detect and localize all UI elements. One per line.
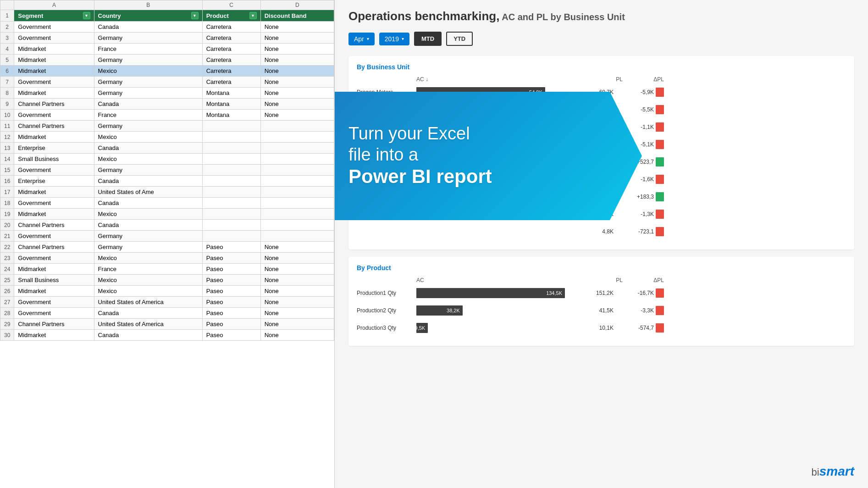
prod-bar-area: 9,5K bbox=[416, 323, 581, 333]
bu-delta-bar bbox=[656, 210, 664, 219]
cell-segment: Channel Partners bbox=[14, 242, 94, 253]
table-row[interactable]: 7GovernmentGermanyCarreteraNone bbox=[0, 77, 334, 88]
cell-segment: Channel Partners bbox=[14, 319, 94, 330]
cell-segment: Channel Partners bbox=[14, 99, 94, 110]
bu-delta-bar bbox=[656, 192, 664, 201]
prod-bar: 134,5K bbox=[416, 288, 565, 298]
cell-segment: Government bbox=[14, 165, 94, 176]
row-num-cell: 19 bbox=[0, 209, 14, 220]
cell-country: Germany bbox=[94, 165, 202, 176]
cell-country: Canada bbox=[94, 143, 202, 154]
bu-delta-value: -5,1K bbox=[641, 141, 654, 148]
prod-delta-area: -574,7 bbox=[618, 323, 664, 333]
cell-segment: Government bbox=[14, 22, 94, 33]
table-row[interactable]: 8MidmarketGermanyMontanaNone bbox=[0, 88, 334, 99]
col-a-letter: A bbox=[14, 0, 94, 10]
table-row[interactable]: 22Channel PartnersGermanyPaseoNone bbox=[0, 242, 334, 253]
row-num-cell: 22 bbox=[0, 242, 14, 253]
cell-segment: Government bbox=[14, 77, 94, 88]
row-num-cell: 11 bbox=[0, 121, 14, 132]
table-row[interactable]: 14Small BusinessMexico bbox=[0, 154, 334, 165]
bu-delta-value: -1,3K bbox=[641, 211, 654, 217]
cell-discount: None bbox=[260, 110, 334, 121]
cell-product: Paseo bbox=[202, 319, 260, 330]
cell-segment: Midmarket bbox=[14, 264, 94, 275]
table-row[interactable]: 21GovernmentGermany bbox=[0, 231, 334, 242]
table-row[interactable]: 11Channel PartnersGermany bbox=[0, 121, 334, 132]
table-row[interactable]: 29Channel PartnersUnited States of Ameri… bbox=[0, 319, 334, 330]
prod-delta-area: -16,7K bbox=[618, 288, 664, 298]
cell-product: Montana bbox=[202, 110, 260, 121]
mtd-toggle[interactable]: MTD bbox=[414, 32, 442, 46]
table-row[interactable]: 17MidmarketUnited States of Ame bbox=[0, 187, 334, 198]
table-row[interactable]: 19MidmarketMexico bbox=[0, 209, 334, 220]
row-num-cell: 23 bbox=[0, 253, 14, 264]
prod-bar: 9,5K bbox=[416, 323, 428, 333]
table-row[interactable]: 4MidmarketFranceCarreteraNone bbox=[0, 44, 334, 55]
table-row[interactable]: 10GovernmentFranceMontanaNone bbox=[0, 110, 334, 121]
table-row[interactable]: 16EnterpriseCanada bbox=[0, 176, 334, 187]
row-num-cell: 5 bbox=[0, 55, 14, 66]
header-product[interactable]: Product bbox=[202, 10, 260, 22]
prod-bar-area: 38,2K bbox=[416, 305, 581, 316]
table-row[interactable]: 25Small BusinessMexicoPaseoNone bbox=[0, 275, 334, 286]
table-body: 2GovernmentCanadaCarreteraNone3Governmen… bbox=[0, 22, 334, 341]
cell-product: Paseo bbox=[202, 275, 260, 286]
table-row[interactable]: 26MidmarketMexicoPaseoNone bbox=[0, 286, 334, 297]
business-unit-title: By Business Unit bbox=[357, 63, 846, 71]
row-num-cell: 10 bbox=[0, 110, 14, 121]
header-discount-band[interactable]: Discount Band bbox=[260, 10, 334, 22]
row-num-cell: 25 bbox=[0, 275, 14, 286]
cell-discount: None bbox=[260, 242, 334, 253]
col-letter-row: A B C D bbox=[0, 0, 334, 10]
table-row[interactable]: 3GovernmentGermanyCarreteraNone bbox=[0, 33, 334, 44]
bu-delta-bar bbox=[656, 88, 664, 97]
cell-product: Montana bbox=[202, 88, 260, 99]
table-row[interactable]: 24MidmarketFrancePaseoNone bbox=[0, 264, 334, 275]
cell-product: Carretera bbox=[202, 44, 260, 55]
country-filter-btn[interactable] bbox=[191, 12, 199, 19]
table-row[interactable]: 9Channel PartnersCanadaMontanaNone bbox=[0, 99, 334, 110]
cell-country: Germany bbox=[94, 33, 202, 44]
prod-pl-value: 151,2K bbox=[581, 290, 618, 296]
cell-segment: Small Business bbox=[14, 154, 94, 165]
logo-bi: bi bbox=[812, 466, 819, 478]
cell-country: Germany bbox=[94, 77, 202, 88]
table-row[interactable]: 15GovernmentGermany bbox=[0, 165, 334, 176]
ytd-toggle[interactable]: YTD bbox=[446, 32, 473, 46]
prod-delta-value: -16,7K bbox=[638, 290, 654, 296]
table-row[interactable]: 2GovernmentCanadaCarreteraNone bbox=[0, 22, 334, 33]
bu-delta-area: -723,1 bbox=[618, 227, 664, 236]
segment-filter-btn[interactable] bbox=[83, 12, 90, 19]
bu-chart-row: 4,8K-723,1 bbox=[357, 225, 846, 238]
cell-discount bbox=[260, 165, 334, 176]
table-row[interactable]: 13EnterpriseCanada bbox=[0, 143, 334, 154]
year-dropdown[interactable]: 2019 ▾ bbox=[379, 33, 409, 45]
banner-line1: Turn your Excel bbox=[348, 123, 470, 144]
table-row[interactable]: 28GovernmentCanadaPaseoNone bbox=[0, 308, 334, 319]
prod-chart-row: Production2 Qty38,2K41,5K-3,3K bbox=[357, 304, 846, 317]
table-row[interactable]: 20Channel PartnersCanada bbox=[0, 220, 334, 231]
cell-product: Paseo bbox=[202, 242, 260, 253]
cell-country: Canada bbox=[94, 220, 202, 231]
header-country[interactable]: Country bbox=[94, 10, 202, 22]
row-num-cell: 2 bbox=[0, 22, 14, 33]
row-num-cell: 18 bbox=[0, 198, 14, 209]
table-row[interactable]: 18GovernmentCanada bbox=[0, 198, 334, 209]
prod-chart-row: Production3 Qty9,5K10,1K-574,7 bbox=[357, 321, 846, 335]
cell-discount bbox=[260, 231, 334, 242]
cell-discount: None bbox=[260, 319, 334, 330]
cell-segment: Government bbox=[14, 231, 94, 242]
table-row[interactable]: 6MidmarketMexicoCarreteraNone bbox=[0, 66, 334, 77]
cell-segment: Channel Partners bbox=[14, 220, 94, 231]
table-row[interactable]: 5MidmarketGermanyCarreteraNone bbox=[0, 55, 334, 66]
header-segment[interactable]: Segment bbox=[14, 10, 94, 22]
table-row[interactable]: 27GovernmentUnited States of AmericaPase… bbox=[0, 297, 334, 308]
cell-country: Germany bbox=[94, 55, 202, 66]
table-row[interactable]: 12MidmarketMexico bbox=[0, 132, 334, 143]
table-row[interactable]: 30MidmarketCanadaPaseoNone bbox=[0, 330, 334, 341]
product-filter-btn[interactable] bbox=[249, 12, 257, 19]
row-num-cell: 14 bbox=[0, 154, 14, 165]
month-dropdown[interactable]: Apr ▾ bbox=[348, 33, 375, 45]
table-row[interactable]: 23GovernmentMexicoPaseoNone bbox=[0, 253, 334, 264]
